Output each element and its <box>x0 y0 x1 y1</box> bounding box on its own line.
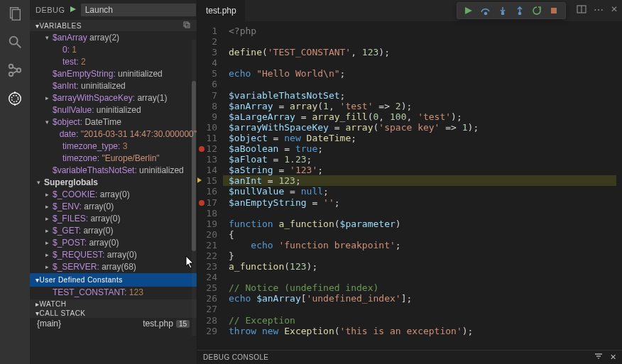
var-object-date[interactable]: date: "2016-03-31 14:47:30.000000" <box>30 128 197 140</box>
superglobal-6[interactable]: ▸$_SERVER: array(68) <box>30 261 197 273</box>
sidebar-scrollbar[interactable] <box>192 40 196 336</box>
svg-marker-11 <box>70 6 76 12</box>
var-anInt[interactable]: $anInt: uninitialized <box>30 80 197 92</box>
variables-panel-header[interactable]: ▾VARIABLES <box>30 20 197 31</box>
variables-tree: ▾$anArray array(2) 0: 1 test: 2 $anEmpty… <box>30 31 197 299</box>
debug-sidebar: DEBUG ▾VARIABLES ▾$anArray array(2) 0: 1… <box>30 0 197 364</box>
superglobal-0[interactable]: ▸$_COOKIE: array(0) <box>30 189 197 201</box>
debug-toolbar[interactable] <box>457 2 566 19</box>
callstack-frame[interactable]: {main} test.php15 <box>30 318 197 329</box>
filter-icon[interactable] <box>594 353 603 362</box>
svg-rect-14 <box>184 22 188 26</box>
superglobal-2[interactable]: ▸$_FILES: array(0) <box>30 213 197 225</box>
scm-icon[interactable] <box>7 62 23 78</box>
svg-point-17 <box>485 13 487 15</box>
var-arrayWithSpaceKey[interactable]: ▸$arrayWithSpaceKey: array(1) <box>30 92 197 104</box>
debug-icon[interactable] <box>7 91 23 106</box>
sidebar-title: DEBUG <box>36 6 65 14</box>
var-anArray[interactable]: ▾$anArray array(2) <box>30 32 197 44</box>
editor-area: test.php ⋯ ✕ 123456789101112131415161718… <box>197 0 622 364</box>
var-anArray-0[interactable]: 0: 1 <box>30 44 197 56</box>
step-into-icon[interactable] <box>497 5 508 16</box>
udc-test-constant[interactable]: TEST_CONSTANT: 123 <box>30 287 197 299</box>
svg-point-19 <box>502 13 504 15</box>
continue-icon[interactable] <box>463 5 474 16</box>
svg-point-2 <box>10 37 18 45</box>
scope-superglobals[interactable]: ▾Superglobals <box>30 177 197 189</box>
explorer-icon[interactable] <box>7 6 23 21</box>
sidebar-header: DEBUG <box>30 0 197 20</box>
var-nullValue[interactable]: $nullValue: uninitialized <box>30 104 197 116</box>
restart-icon[interactable] <box>531 5 542 16</box>
var-object-tz[interactable]: timezone: "Europe/Berlin" <box>30 153 197 165</box>
step-out-icon[interactable] <box>514 5 525 16</box>
superglobal-1[interactable]: ▸$_ENV: array(0) <box>30 201 197 213</box>
svg-point-21 <box>519 13 521 15</box>
more-icon[interactable]: ⋯ <box>594 4 604 16</box>
search-icon[interactable] <box>7 34 23 50</box>
step-over-icon[interactable] <box>480 5 491 16</box>
svg-point-7 <box>9 93 21 105</box>
superglobal-5[interactable]: ▸$_REQUEST: array(0) <box>30 249 197 261</box>
code-lines[interactable]: <?phpdefine('TEST_CONSTANT', 123);echo "… <box>223 21 622 350</box>
code-editor[interactable]: 1234567891011121314151617181920212223242… <box>197 21 622 350</box>
var-object-tztype[interactable]: timezone_type: 3 <box>30 140 197 153</box>
close-panel-icon[interactable]: ✕ <box>610 353 616 362</box>
start-debug-icon[interactable] <box>70 5 77 15</box>
scope-udc-header[interactable]: ▾User Defined Constants <box>30 273 197 287</box>
tab-test-php[interactable]: test.php <box>197 0 246 21</box>
line-gutter[interactable]: 1234567891011121314151617181920212223242… <box>197 21 223 350</box>
superglobal-4[interactable]: ▸$_POST: array(0) <box>30 237 197 249</box>
svg-rect-22 <box>551 8 557 13</box>
svg-rect-1 <box>12 10 20 21</box>
close-editor-icon[interactable]: ✕ <box>611 4 618 16</box>
var-object[interactable]: ▾$object: DateTime <box>30 116 197 128</box>
superglobal-3[interactable]: ▸$_GET: array(0) <box>30 225 197 237</box>
editor-actions: ⋯ ✕ <box>577 4 618 16</box>
svg-marker-16 <box>465 7 472 14</box>
split-editor-icon[interactable] <box>577 4 586 16</box>
callstack-panel-header[interactable]: ▾CALL STACK <box>30 309 197 318</box>
collapse-all-icon[interactable] <box>182 21 191 31</box>
var-anEmptyString[interactable]: $anEmptyString: uninitialized <box>30 68 197 80</box>
debug-console-header[interactable]: DEBUG CONSOLE ✕ <box>197 350 622 364</box>
watch-panel-header[interactable]: ▸WATCH <box>30 299 197 309</box>
var-notset[interactable]: $variableThatsNotSet: uninitialized <box>30 165 197 177</box>
var-anArray-test[interactable]: test: 2 <box>30 56 197 68</box>
launch-config-select[interactable] <box>81 4 196 16</box>
svg-line-3 <box>17 44 21 48</box>
activity-bar <box>0 0 30 364</box>
svg-rect-15 <box>185 23 190 28</box>
svg-point-8 <box>11 95 18 101</box>
stop-icon[interactable] <box>548 5 560 16</box>
